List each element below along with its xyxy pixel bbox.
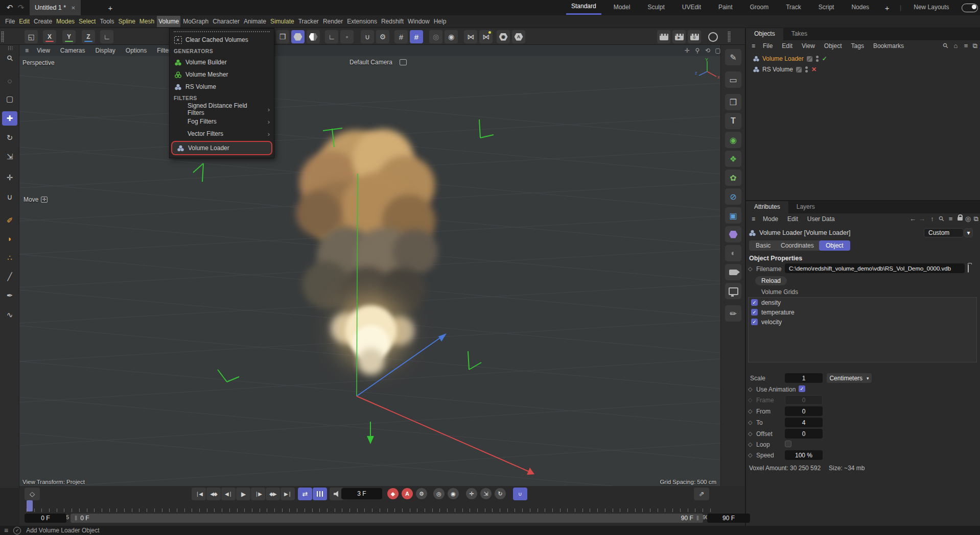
falloff-icon[interactable]: ◎ <box>429 30 442 43</box>
record-keyframe-button[interactable]: ◆ <box>387 488 399 499</box>
tab-takes[interactable]: Takes <box>783 28 815 40</box>
om-menu-object[interactable]: Object <box>820 41 846 51</box>
menu-spline[interactable]: Spline <box>116 16 136 27</box>
pen-tool[interactable]: ✒ <box>2 288 17 303</box>
om-popout-icon[interactable]: ⧉ <box>971 41 979 50</box>
sculpt-pencil-icon[interactable]: ✏ <box>725 305 741 322</box>
redo-icon[interactable]: ↷ <box>15 3 27 12</box>
object-mode-icon[interactable] <box>291 30 305 43</box>
diamond-icon[interactable]: ◇ <box>748 408 752 415</box>
menu-redshift[interactable]: Redshift <box>380 16 405 27</box>
display-icon[interactable] <box>725 283 741 299</box>
viewport-solo-icon[interactable]: ◉ <box>497 30 510 43</box>
next-frame-button[interactable]: ❘▶ <box>251 488 265 500</box>
coordinate-system-icon[interactable]: ∟ <box>100 30 113 43</box>
tab-layers[interactable]: Layers <box>788 201 823 213</box>
menu-item-volume-mesher[interactable]: Volume Mesher <box>170 68 274 81</box>
menu-create[interactable]: Create <box>32 16 54 27</box>
quantize-icon[interactable]: # <box>394 30 408 43</box>
om-menu-edit[interactable]: Edit <box>778 41 797 51</box>
om-menu-file[interactable]: File <box>759 41 777 51</box>
tab-attributes[interactable]: Attributes <box>746 201 788 213</box>
object-row-volume-loader[interactable]: Volume Loader ✓ <box>746 54 950 64</box>
diamond-icon[interactable]: ◇ <box>748 452 752 458</box>
deformer-icon[interactable]: ✿ <box>725 169 741 186</box>
enabled-check-icon[interactable]: ✓ <box>822 55 827 62</box>
object-name[interactable]: RS Volume <box>762 66 793 73</box>
snap-tool[interactable]: ∪ <box>2 190 17 204</box>
attr-hamburger-icon[interactable]: ≡ <box>749 214 758 224</box>
tab-coordinates[interactable]: Coordinates <box>774 240 821 251</box>
range-start-field[interactable]: 0 F <box>25 514 66 523</box>
vp-menu-cameras[interactable]: Cameras <box>56 45 90 56</box>
record-scale-button[interactable]: ⇲ <box>480 488 492 499</box>
workplane-icon[interactable]: ◱ <box>25 30 38 43</box>
diamond-icon[interactable]: ◇ <box>748 265 752 272</box>
attr-menu-edit[interactable]: Edit <box>783 214 802 224</box>
lock-x-axis-button[interactable]: X <box>43 30 56 43</box>
menu-help[interactable]: Help <box>432 16 448 27</box>
om-filter-icon[interactable]: ≡ <box>962 41 970 50</box>
menu-extensions[interactable]: Extensions <box>345 16 379 27</box>
previous-frame-button[interactable]: ◀❘ <box>221 488 236 500</box>
menu-item-clear-cached-volumes[interactable]: ✕ Clear Cached Volumes <box>170 34 274 46</box>
new-tab-icon[interactable]: + <box>105 4 116 12</box>
menu-mograph[interactable]: MoGraph <box>181 16 210 27</box>
object-row-rs-volume[interactable]: RS Volume ✕ <box>746 64 950 75</box>
field-icon[interactable]: ◉ <box>725 132 741 148</box>
layout-tab-groom[interactable]: Groom <box>744 2 774 14</box>
toolbar-grip[interactable] <box>1 31 4 42</box>
spline-pen-icon[interactable]: ✎ <box>725 49 741 65</box>
move-tool[interactable]: ✚ <box>2 111 17 126</box>
om-menu-tags[interactable]: Tags <box>847 41 868 51</box>
menu-window[interactable]: Window <box>406 16 431 27</box>
go-to-end-button[interactable]: ▶❘ <box>281 488 295 500</box>
autokey-magnet-button[interactable]: ∪ <box>513 488 527 500</box>
object-axis-icon[interactable]: ∟ <box>325 30 338 43</box>
menu-item-sdf-filters[interactable]: Signed Distance Field Filters › <box>170 103 274 115</box>
timeline-editor-button[interactable]: ⇗ <box>694 488 709 500</box>
undo-icon[interactable]: ↶ <box>4 3 15 12</box>
viewport-zoom-icon[interactable]: ⚲ <box>693 46 702 55</box>
to-input[interactable]: 4 <box>785 418 823 427</box>
symmetry-icon[interactable]: ⋈ <box>464 30 477 43</box>
om-hamburger-icon[interactable]: ≡ <box>749 41 758 51</box>
material-icon[interactable] <box>725 226 741 242</box>
previous-key-button[interactable]: ◀◆ <box>206 488 221 500</box>
density-checkbox[interactable]: ✓ <box>751 299 758 306</box>
preset-dropdown-arrow-icon[interactable]: ▾ <box>964 228 973 237</box>
menu-animate[interactable]: Animate <box>242 16 268 27</box>
filename-input[interactable]: C:\demo\redshift_volume_demo\vdb\RS_Vol_… <box>785 263 965 273</box>
attr-popout-icon[interactable]: ⧉ <box>972 214 980 223</box>
menu-tearoff-handle[interactable] <box>174 31 270 32</box>
range-end-field[interactable]: 90 F <box>707 514 750 523</box>
layer-toggle-icon[interactable] <box>796 67 802 72</box>
layout-tab-sculpt[interactable]: Sculpt <box>642 2 669 14</box>
rectangle-selection-tool[interactable]: ▢ <box>2 92 17 106</box>
generator-icon[interactable]: ▣ <box>725 207 741 224</box>
grid-row-velocity[interactable]: ✓ velocity <box>749 317 976 327</box>
viewport-pan-icon[interactable]: ✛ <box>683 46 692 55</box>
vp-menu-display[interactable]: Display <box>91 45 120 56</box>
add-layout-icon[interactable]: + <box>881 4 893 12</box>
smudge-tool[interactable]: ◗ <box>2 231 17 246</box>
record-position-button[interactable]: ✛ <box>466 488 477 499</box>
grid-row-temperature[interactable]: ✓ temperature <box>749 307 976 317</box>
attr-filter-icon[interactable]: ≡ <box>946 214 955 223</box>
document-tab[interactable]: Untitled 1 * ✕ <box>30 0 81 15</box>
visibility-dots[interactable] <box>815 56 819 62</box>
volume-generator-icon[interactable]: ⊘ <box>725 188 741 205</box>
layer-toggle-icon[interactable] <box>807 56 812 62</box>
redshift-renderview-icon[interactable] <box>706 30 719 43</box>
vp-menu-options[interactable]: Options <box>121 45 151 56</box>
environment-icon[interactable]: ◐ <box>725 245 741 261</box>
om-home-icon[interactable]: ⌂ <box>951 41 960 50</box>
cube-primitive-icon[interactable]: ❒ <box>725 94 741 110</box>
zoom-tool[interactable]: ⚲ <box>2 51 17 65</box>
use-animation-checkbox[interactable]: ✓ <box>799 385 805 392</box>
menu-item-volume-builder[interactable]: Volume Builder <box>170 56 274 68</box>
spline-primitive-icon[interactable]: ▭ <box>725 71 741 88</box>
toolbar-grip-right[interactable] <box>728 31 731 42</box>
falloff-settings-icon[interactable]: ◉ <box>445 30 458 43</box>
timeline-ruler[interactable]: 0 5 10 15 20 25 30 35 40 45 50 55 60 65 … <box>22 500 712 513</box>
